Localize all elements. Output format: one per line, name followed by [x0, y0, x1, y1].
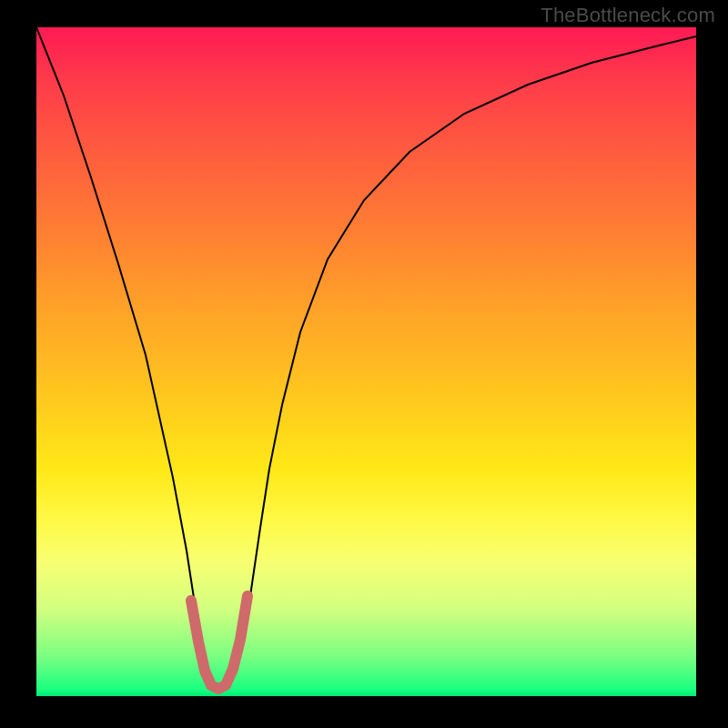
- valley-highlight: [191, 596, 248, 689]
- plot-area: [36, 27, 696, 696]
- chart-frame: TheBottleneck.com: [0, 0, 728, 728]
- curve-layer: [36, 27, 696, 696]
- bottleneck-curve: [36, 27, 696, 689]
- watermark-text: TheBottleneck.com: [541, 4, 715, 27]
